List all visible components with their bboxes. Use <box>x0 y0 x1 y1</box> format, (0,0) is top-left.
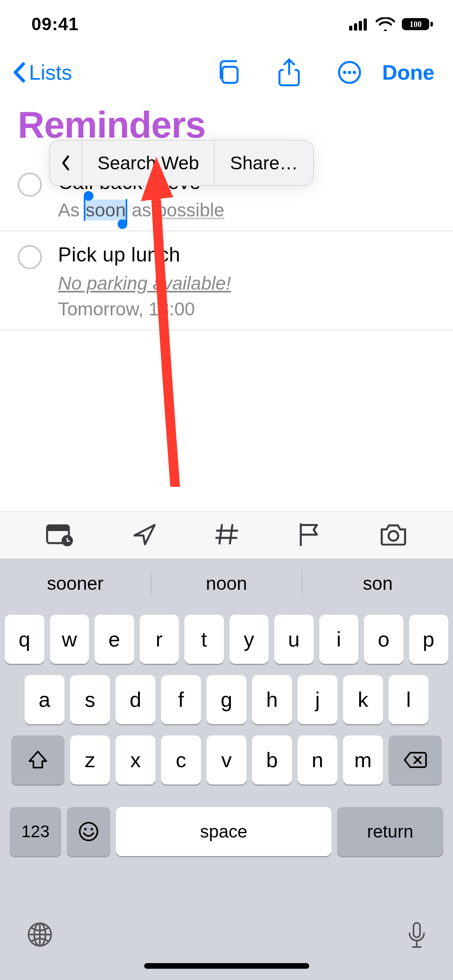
key-z[interactable]: z <box>70 735 110 784</box>
key-t[interactable]: t <box>184 615 224 664</box>
svg-rect-22 <box>414 923 420 937</box>
reminder-date: Tomorrow, 13:00 <box>58 298 435 320</box>
status-bar: 09:41 100 <box>0 0 453 48</box>
key-v[interactable]: v <box>207 735 246 784</box>
status-time: 09:41 <box>31 14 79 34</box>
context-menu-back[interactable] <box>50 140 82 185</box>
key-p[interactable]: p <box>409 615 449 664</box>
dictation-button[interactable] <box>407 921 426 952</box>
reminder-notes[interactable]: As soon as possible <box>58 199 435 221</box>
key-l[interactable]: l <box>389 675 428 724</box>
duplicate-icon <box>216 60 242 85</box>
camera-button[interactable] <box>379 523 407 547</box>
wifi-icon <box>376 17 395 31</box>
key-shift[interactable] <box>11 735 64 784</box>
share-icon <box>278 58 300 87</box>
svg-point-16 <box>389 531 398 541</box>
key-w[interactable]: w <box>50 615 89 664</box>
status-indicators: 100 <box>349 17 434 31</box>
back-button[interactable]: Lists <box>12 60 72 84</box>
keyboard-suggestions: sooner noon son <box>0 559 453 607</box>
nav-bar: Lists Done <box>0 48 453 97</box>
suggestion[interactable]: noon <box>151 572 302 594</box>
key-k[interactable]: k <box>343 675 383 724</box>
key-b[interactable]: b <box>252 735 292 784</box>
key-i[interactable]: i <box>319 615 359 664</box>
key-f[interactable]: f <box>161 675 201 724</box>
back-label: Lists <box>29 60 72 84</box>
text-context-menu: Search Web Share… <box>49 140 314 186</box>
svg-rect-7 <box>222 67 238 83</box>
chevron-left-icon <box>12 62 27 83</box>
key-x[interactable]: x <box>116 735 155 784</box>
key-row-1: q w e r t y u i o p <box>5 615 448 664</box>
microphone-icon <box>407 921 426 950</box>
key-row-bottom: 123 space return <box>5 807 448 856</box>
suggestion[interactable]: sooner <box>0 572 151 594</box>
home-indicator[interactable] <box>144 963 309 969</box>
svg-point-9 <box>343 71 346 74</box>
location-button[interactable] <box>132 522 157 548</box>
reminder-title[interactable]: Pick up lunch <box>58 243 435 267</box>
delete-icon <box>403 751 427 769</box>
globe-icon <box>27 921 53 948</box>
svg-rect-2 <box>359 21 362 31</box>
svg-point-19 <box>91 828 93 830</box>
key-space[interactable]: space <box>116 807 331 856</box>
tag-button[interactable] <box>215 523 239 548</box>
key-numbers[interactable]: 123 <box>10 807 61 856</box>
flag-icon <box>298 522 321 547</box>
svg-rect-14 <box>47 525 69 531</box>
svg-point-18 <box>84 828 87 830</box>
shift-icon <box>27 749 49 771</box>
svg-text:100: 100 <box>410 20 422 29</box>
hashtag-icon <box>215 523 239 546</box>
svg-rect-1 <box>354 23 357 31</box>
key-d[interactable]: d <box>116 675 155 724</box>
emoji-icon <box>78 821 99 842</box>
context-menu-search-web[interactable]: Search Web <box>82 140 215 185</box>
selected-text: soon <box>85 200 126 220</box>
key-n[interactable]: n <box>298 735 337 784</box>
key-row-2: a s d f g h j k l <box>5 675 448 724</box>
key-y[interactable]: y <box>230 615 269 664</box>
reminder-checkbox[interactable] <box>18 173 42 197</box>
keyboard: sooner noon son q w e r t y u i o p a s … <box>0 559 453 980</box>
done-button[interactable]: Done <box>382 60 441 84</box>
key-e[interactable]: e <box>95 615 134 664</box>
key-m[interactable]: m <box>343 735 383 784</box>
globe-button[interactable] <box>27 921 53 949</box>
location-arrow-icon <box>132 522 157 547</box>
key-o[interactable]: o <box>364 615 403 664</box>
svg-rect-5 <box>430 22 433 27</box>
key-s[interactable]: s <box>70 675 110 724</box>
duplicate-button[interactable] <box>207 58 251 86</box>
key-a[interactable]: a <box>25 675 64 724</box>
context-menu-share[interactable]: Share… <box>215 140 313 185</box>
key-row-3: z x c v b n m <box>5 735 448 784</box>
key-g[interactable]: g <box>207 675 246 724</box>
reminder-url-note[interactable]: No parking available! <box>58 272 435 294</box>
calendar-clock-icon <box>46 522 74 546</box>
flag-button[interactable] <box>298 522 321 548</box>
svg-point-10 <box>348 71 351 74</box>
key-q[interactable]: q <box>5 615 44 664</box>
share-button[interactable] <box>267 58 311 86</box>
key-r[interactable]: r <box>140 615 179 664</box>
svg-rect-0 <box>349 26 352 31</box>
svg-rect-3 <box>364 19 367 31</box>
key-delete[interactable] <box>389 735 442 784</box>
key-c[interactable]: c <box>161 735 201 784</box>
key-j[interactable]: j <box>298 675 337 724</box>
calendar-button[interactable] <box>46 522 74 548</box>
reminder-checkbox[interactable] <box>18 245 42 269</box>
key-h[interactable]: h <box>252 675 292 724</box>
camera-icon <box>379 523 407 546</box>
suggestion[interactable]: son <box>302 572 453 594</box>
reminder-item[interactable]: Pick up lunch No parking available! Tomo… <box>0 243 453 330</box>
svg-point-17 <box>80 823 97 840</box>
key-emoji[interactable] <box>67 807 110 856</box>
key-return[interactable]: return <box>337 807 443 856</box>
more-button[interactable] <box>327 58 372 86</box>
key-u[interactable]: u <box>274 615 314 664</box>
